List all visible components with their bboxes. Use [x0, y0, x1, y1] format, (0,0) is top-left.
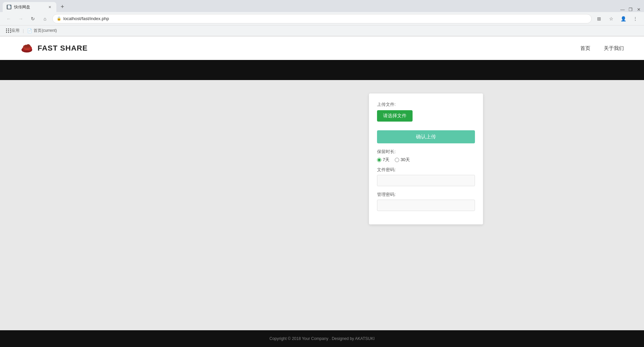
file-password-input[interactable] — [377, 175, 475, 186]
upload-card: 上传文件: 请选择文件 确认上传 保留时长: 7天 30天 — [369, 93, 483, 224]
close-window-button[interactable]: ✕ — [636, 7, 641, 12]
retention-7days[interactable]: 7天 — [377, 157, 389, 163]
main-content: 上传文件: 请选择文件 确认上传 保留时长: 7天 30天 — [0, 80, 644, 330]
admin-password-section: 管理密码: — [377, 192, 475, 211]
tab-bar: 📄 快传网盘 ✕ + — ❐ ✕ — [0, 0, 644, 12]
extensions-button[interactable]: ⊞ — [594, 14, 604, 23]
upload-file-section: 上传文件: 请选择文件 — [377, 101, 475, 125]
site-footer: Copyright © 2018 Your Company . Designed… — [0, 330, 644, 347]
retention-30days-radio[interactable] — [395, 158, 399, 162]
restore-button[interactable]: ❐ — [628, 7, 633, 12]
retention-30days[interactable]: 30天 — [395, 157, 410, 163]
main-nav: 首页 关于我们 — [580, 45, 624, 52]
back-button[interactable]: ← — [4, 14, 13, 23]
bookmark-item-home[interactable]: 📄 首页(current) — [25, 27, 59, 34]
forward-button[interactable]: → — [16, 14, 25, 23]
bookmark-label: 首页(current) — [34, 28, 57, 33]
hero-bar — [0, 60, 644, 80]
upload-file-label: 上传文件: — [377, 101, 475, 108]
site-header: FAST SHARE 首页 关于我们 — [0, 37, 644, 60]
menu-button[interactable]: ⋮ — [631, 14, 640, 23]
address-text: localhost/fast/index.php — [63, 16, 109, 21]
new-tab-button[interactable]: + — [58, 2, 67, 11]
svg-point-7 — [26, 44, 30, 48]
retention-radio-group: 7天 30天 — [377, 157, 475, 163]
tab-title: 快传网盘 — [14, 4, 30, 10]
minimize-button[interactable]: — — [620, 7, 625, 12]
security-icon: 🔒 — [57, 16, 61, 21]
logo-icon — [20, 43, 34, 54]
retention-label: 保留时长: — [377, 149, 475, 155]
window-controls: — ❐ ✕ — [620, 7, 641, 12]
retention-section: 保留时长: 7天 30天 — [377, 149, 475, 163]
address-bar-row: ← → ↻ ⌂ 🔒 localhost/fast/index.php ⊞ ☆ 👤… — [0, 12, 644, 25]
apps-label: 应用 — [11, 28, 19, 33]
address-bar[interactable]: 🔒 localhost/fast/index.php — [52, 14, 592, 23]
tab-favicon: 📄 — [7, 5, 11, 9]
choose-file-button[interactable]: 请选择文件 — [377, 110, 413, 122]
bookmarks-bar: 应用 | 📄 首页(current) — [0, 25, 644, 36]
logo-text: FAST SHARE — [38, 44, 88, 53]
nav-about[interactable]: 关于我们 — [604, 45, 624, 52]
file-password-label: 文件密码: — [377, 167, 475, 173]
admin-password-input[interactable] — [377, 200, 475, 211]
bookmark-favicon: 📄 — [27, 28, 32, 33]
tab-close-button[interactable]: ✕ — [47, 4, 52, 10]
apps-grid-icon — [6, 28, 10, 33]
browser-chrome: 📄 快传网盘 ✕ + — ❐ ✕ ← → ↻ ⌂ 🔒 localhost/fas… — [0, 0, 644, 37]
retention-7days-label: 7天 — [383, 157, 389, 163]
retention-7days-radio[interactable] — [377, 158, 381, 162]
bookmark-button[interactable]: ☆ — [606, 14, 616, 23]
nav-home[interactable]: 首页 — [580, 45, 590, 52]
divider-icon: | — [23, 28, 24, 33]
logo-area: FAST SHARE — [20, 43, 88, 54]
page-wrapper: FAST SHARE 首页 关于我们 上传文件: 请选择文件 确认上传 保留时长… — [0, 37, 644, 347]
home-button[interactable]: ⌂ — [40, 14, 50, 23]
profile-button[interactable]: 👤 — [619, 14, 628, 23]
retention-30days-label: 30天 — [400, 157, 410, 163]
confirm-upload-button[interactable]: 确认上传 — [377, 130, 475, 143]
copyright-text: Copyright © 2018 Your Company . Designed… — [269, 336, 374, 341]
apps-button[interactable]: 应用 — [4, 27, 21, 34]
reload-button[interactable]: ↻ — [28, 14, 38, 23]
browser-tab[interactable]: 📄 快传网盘 ✕ — [3, 2, 56, 12]
file-password-section: 文件密码: — [377, 167, 475, 186]
admin-password-label: 管理密码: — [377, 192, 475, 198]
